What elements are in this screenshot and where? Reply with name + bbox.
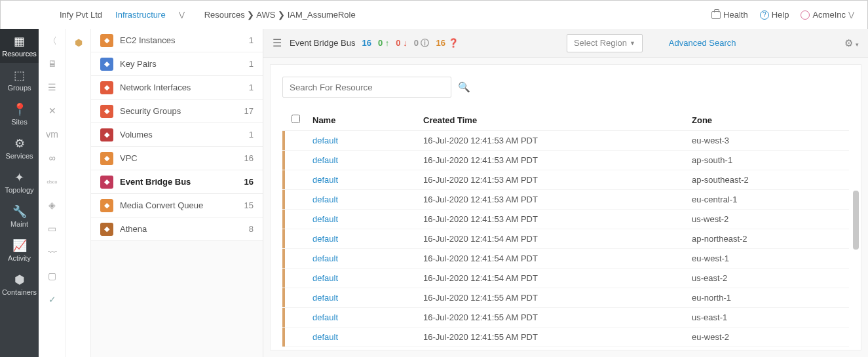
tools-icon[interactable]: ✕ [45, 103, 60, 118]
resource-icon: ◆ [100, 152, 113, 165]
resource-count: 16 [244, 177, 254, 187]
resource-item[interactable]: ◆Athena8 [91, 217, 263, 241]
server-icon[interactable]: ☰ [45, 80, 60, 94]
stat-total: 16 [362, 38, 371, 48]
resource-item[interactable]: ◆Network Interfaces1 [91, 76, 263, 100]
resource-item[interactable]: ◆Key Pairs1 [91, 52, 263, 76]
scrollbar-thumb[interactable] [853, 191, 859, 250]
resource-icon: ◆ [100, 223, 113, 236]
resource-name: Media Convert Queue [120, 200, 244, 210]
row-zone: eu-west-2 [692, 332, 849, 342]
table-row[interactable]: default16-Jul-2020 12:41:53 AM PDTeu-wes… [282, 131, 849, 151]
search-icon[interactable]: 🔍 [458, 81, 470, 93]
row-time: 16-Jul-2020 12:41:53 AM PDT [423, 136, 692, 145]
network-icon[interactable]: ∞ [45, 151, 60, 165]
row-zone: ap-northeast-2 [692, 234, 849, 244]
table-header: Name Created Time Zone [282, 109, 849, 131]
nav-services[interactable]: ⚙Services [0, 131, 39, 165]
row-name[interactable]: default [309, 273, 423, 283]
nav-activity[interactable]: 📈Activity [0, 233, 39, 267]
row-time: 16-Jul-2020 12:41:53 AM PDT [423, 155, 692, 165]
row-name[interactable]: default [309, 136, 423, 145]
resource-item[interactable]: ◆Security Groups17 [91, 100, 263, 123]
select-all-checkbox[interactable] [292, 115, 300, 123]
check-icon[interactable]: ✓ [45, 292, 60, 307]
nav-resources[interactable]: ▦Resources [0, 29, 39, 63]
cisco-icon[interactable]: cisco [45, 174, 60, 189]
back-icon[interactable]: 〈 [48, 35, 57, 47]
row-name[interactable]: default [309, 254, 423, 263]
row-zone: eu-west-3 [692, 136, 849, 145]
table-row[interactable]: default16-Jul-2020 12:41:55 AM PDTeu-wes… [282, 328, 849, 347]
row-name[interactable]: default [309, 175, 423, 185]
box-icon[interactable]: ▭ [45, 221, 60, 236]
top-header: Infy Pvt Ltd Infrastructure ⋁ Resources … [1, 1, 867, 29]
row-zone: eu-west-1 [692, 254, 849, 263]
nav-groups[interactable]: ⬚Groups [0, 63, 39, 97]
account-dropdown[interactable]: AcmeInc ⋁ [801, 10, 854, 20]
resource-item[interactable]: ◆Event Bridge Bus16 [91, 170, 263, 194]
stat-up: 0 ↑ [378, 38, 389, 48]
health-icon [711, 11, 721, 19]
table-row[interactable]: default16-Jul-2020 12:41:54 AM PDTus-eas… [282, 269, 849, 288]
help-link[interactable]: ? Help [760, 10, 789, 20]
row-time: 16-Jul-2020 12:41:55 AM PDT [423, 312, 692, 322]
nav-containers[interactable]: ⬢Containers [0, 267, 39, 301]
monitor-icon[interactable]: 🖥 [45, 56, 60, 71]
chart-icon[interactable]: 〰 [45, 245, 60, 259]
nav-icon: ⬚ [12, 68, 27, 83]
search-input[interactable] [282, 77, 451, 98]
resource-item[interactable]: ◆VPC16 [91, 147, 263, 170]
table-row[interactable]: default16-Jul-2020 12:41:54 AM PDTap-nor… [282, 229, 849, 249]
resource-item[interactable]: ◆Volumes1 [91, 123, 263, 147]
menu-icon[interactable]: ☰ [273, 37, 282, 49]
chevron-down-icon: ⋁ [848, 10, 854, 19]
region-dropdown[interactable]: Select Region ▼ [567, 34, 643, 52]
row-name[interactable]: default [309, 312, 423, 322]
resource-toolbar: ☰ Event Bridge Bus 16 0 ↑ 0 ↓ 0 ⓘ 16 ❓ S… [263, 29, 868, 58]
resource-name: Athena [120, 224, 249, 234]
gear-icon[interactable]: ⚙ ▾ [844, 37, 859, 49]
table-row[interactable]: default16-Jul-2020 12:41:53 AM PDTap-sou… [282, 151, 849, 170]
health-label: Health [723, 10, 748, 20]
row-name[interactable]: default [309, 332, 423, 342]
section-dropdown[interactable]: Infrastructure [115, 10, 166, 20]
nav-sites[interactable]: 📍Sites [0, 97, 39, 131]
resource-item[interactable]: ◆Media Convert Queue15 [91, 194, 263, 217]
window-icon[interactable]: ▢ [45, 269, 60, 283]
resource-item[interactable]: ◆EC2 Instances1 [91, 29, 263, 52]
user-icon [801, 10, 810, 20]
table-row[interactable]: default16-Jul-2020 12:41:53 AM PDTus-wes… [282, 210, 849, 229]
header-name[interactable]: Name [309, 115, 423, 125]
nav-topology[interactable]: ✦Topology [0, 165, 39, 199]
table-row[interactable]: default16-Jul-2020 12:41:54 AM PDTeu-wes… [282, 249, 849, 269]
account-label: AcmeInc [812, 10, 846, 20]
table-row[interactable]: default16-Jul-2020 12:41:53 AM PDTap-sou… [282, 170, 849, 190]
resource-name: Security Groups [120, 106, 244, 116]
health-link[interactable]: Health [711, 10, 748, 20]
row-name[interactable]: default [309, 293, 423, 303]
row-zone: ap-southeast-2 [692, 175, 849, 185]
nav-label: Topology [0, 186, 39, 194]
vm-icon[interactable]: vm [45, 127, 60, 141]
header-time[interactable]: Created Time [423, 115, 692, 125]
row-zone: eu-north-1 [692, 293, 849, 303]
table-row[interactable]: default16-Jul-2020 12:41:55 AM PDTeu-nor… [282, 288, 849, 308]
row-time: 16-Jul-2020 12:41:53 AM PDT [423, 195, 692, 204]
advanced-search-link[interactable]: Advanced Search [669, 38, 736, 48]
chevron-down-icon[interactable]: ⋁ [179, 10, 185, 19]
aws-icon[interactable]: ⬢ [71, 35, 86, 50]
table-row[interactable]: default16-Jul-2020 12:41:55 AM PDTus-eas… [282, 308, 849, 328]
row-name[interactable]: default [309, 214, 423, 224]
cube-icon[interactable]: ◈ [45, 198, 60, 212]
nav-icon: ⚙ [12, 136, 27, 151]
row-name[interactable]: default [309, 234, 423, 244]
header-zone[interactable]: Zone [692, 115, 849, 125]
nav-maint[interactable]: 🔧Maint [0, 199, 39, 233]
stat-warn: 16 ❓ [436, 38, 459, 48]
row-name[interactable]: default [309, 195, 423, 204]
row-name[interactable]: default [309, 155, 423, 165]
nav-icon: ✦ [12, 170, 27, 185]
table-row[interactable]: default16-Jul-2020 12:41:53 AM PDTeu-cen… [282, 190, 849, 210]
row-zone: us-east-1 [692, 312, 849, 322]
